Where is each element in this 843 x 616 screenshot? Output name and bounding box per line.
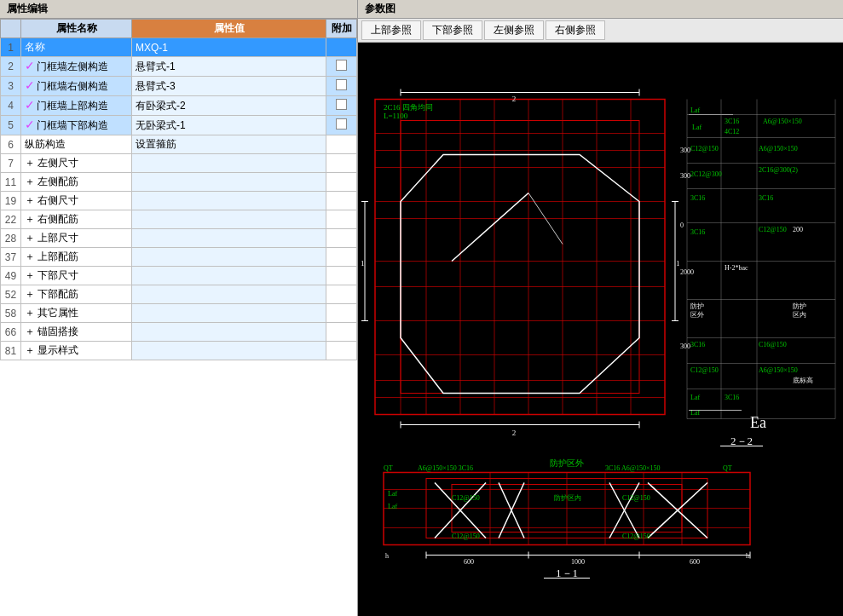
row-attach-cell [326,173,357,192]
row-property-value[interactable]: 设置箍筋 [132,135,326,154]
row-attach-cell [326,57,357,77]
table-row[interactable]: 37＋ 上部配筋 [1,248,357,267]
tab-top[interactable]: 上部参照 [361,20,421,40]
row-property-value[interactable] [132,304,326,323]
row-property-value[interactable]: 有卧梁式-2 [132,96,326,116]
svg-text:C12@150: C12@150 [452,533,480,540]
svg-text:防护: 防护 [690,302,704,310]
row-number: 7 [1,154,21,173]
svg-text:3C16: 3C16 [690,228,705,236]
tab-bottom[interactable]: 下部参照 [423,20,482,40]
row-property-name: ✓门框墙下部构造 [21,116,132,135]
row-number: 1 [1,38,21,57]
svg-text:300: 300 [680,343,690,350]
table-row[interactable]: 19＋ 右侧尺寸 [1,192,357,210]
attr-table: 属性名称 属性值 附加 1名称MXQ-12✓门框墙左侧构造悬臂式-13✓门框墙右… [0,19,357,616]
row-number: 49 [1,267,21,285]
svg-text:300: 300 [680,172,690,180]
row-property-value[interactable] [132,154,326,173]
right-panel-title: 参数图 [358,0,843,19]
row-property-value[interactable]: 悬臂式-3 [132,77,326,96]
table-row[interactable]: 58＋ 其它属性 [1,304,357,323]
svg-text:2C16@300(2): 2C16@300(2) [759,166,798,174]
row-property-value[interactable]: 无卧梁式-1 [132,116,326,135]
row-property-name: ＋ 显示样式 [21,342,132,360]
checkbox[interactable] [336,99,347,110]
row-attach-cell [326,267,357,285]
svg-text:区内: 区内 [793,311,806,319]
row-property-name: ＋ 其它属性 [21,304,132,323]
table-row[interactable]: 11＋ 左侧配筋 [1,173,357,192]
row-property-value[interactable] [132,342,326,360]
svg-text:Laf: Laf [388,503,397,510]
row-number: 3 [1,77,21,96]
table-row[interactable]: 49＋ 下部尺寸 [1,267,357,285]
row-property-value[interactable] [132,323,326,342]
checkbox[interactable] [336,118,347,130]
row-property-value[interactable] [132,248,326,267]
row-property-value[interactable] [132,173,326,192]
svg-text:QT: QT [723,464,732,472]
table-row[interactable]: 4✓门框墙上部构造有卧梁式-2 [1,96,357,116]
svg-text:H-2*bac: H-2*bac [725,264,748,272]
row-attach-cell [326,304,357,323]
table-row[interactable]: 7＋ 左侧尺寸 [1,154,357,173]
row-attach-cell [326,38,357,57]
checkbox[interactable] [336,60,347,71]
svg-text:1000: 1000 [571,558,585,566]
table-row[interactable]: 2✓门框墙左侧构造悬臂式-1 [1,57,357,77]
row-property-name: 名称 [21,38,132,57]
table-row[interactable]: 52＋ 下部配筋 [1,285,357,304]
svg-text:3C16  A6@150×150: 3C16 A6@150×150 [605,464,661,472]
row-property-value[interactable]: 悬臂式-1 [132,57,326,77]
svg-text:2: 2 [512,429,517,437]
row-property-value[interactable] [132,267,326,285]
col-num [1,20,21,38]
table-row[interactable]: 28＋ 上部尺寸 [1,229,357,248]
svg-text:3C16: 3C16 [690,194,705,202]
row-attach-cell [326,210,357,229]
row-property-value[interactable] [132,192,326,210]
row-attach-cell [326,285,357,304]
table-row[interactable]: 22＋ 右侧配筋 [1,210,357,229]
row-property-name: ＋ 右侧配筋 [21,210,132,229]
checkmark-icon: ✓ [25,59,35,72]
svg-text:C12@150: C12@150 [622,494,650,502]
checkmark-icon: ✓ [25,78,35,92]
row-attach-cell [326,116,357,135]
svg-text:1: 1 [361,259,365,268]
row-property-name: 纵筋构造 [21,135,132,154]
table-row[interactable]: 81＋ 显示样式 [1,342,357,360]
svg-text:A6@150×150: A6@150×150 [759,366,798,374]
tab-left[interactable]: 左侧参照 [484,20,544,40]
svg-text:Laf: Laf [690,394,700,401]
property-table: 属性名称 属性值 附加 1名称MXQ-12✓门框墙左侧构造悬臂式-13✓门框墙右… [0,19,357,360]
table-row[interactable]: 5✓门框墙下部构造无卧梁式-1 [1,116,357,135]
table-row[interactable]: 3✓门框墙右侧构造悬臂式-3 [1,77,357,96]
tab-right[interactable]: 右侧参照 [546,20,605,40]
table-row[interactable]: 6纵筋构造设置箍筋 [1,135,357,154]
checkbox[interactable] [336,79,347,90]
col-value: 属性值 [132,20,326,38]
row-number: 6 [1,135,21,154]
row-property-name: ✓门框墙上部构造 [21,96,132,116]
svg-text:C16@150: C16@150 [759,341,787,348]
row-property-name: ＋ 下部尺寸 [21,267,132,285]
row-number: 66 [1,323,21,342]
row-number: 19 [1,192,21,210]
svg-text:2000: 2000 [680,268,694,276]
row-property-value[interactable] [132,229,326,248]
row-property-value[interactable] [132,285,326,304]
row-number: 2 [1,57,21,77]
col-attach: 附加 [326,20,357,38]
main-container: 属性编辑 属性名称 属性值 附加 1名称MXQ-12✓门框墙左侧构造悬臂式-13… [0,0,843,616]
svg-text:区外: 区外 [690,311,704,319]
row-property-name: ＋ 上部尺寸 [21,229,132,248]
row-property-name: ＋ 左侧尺寸 [21,154,132,173]
table-row[interactable]: 1名称MXQ-1 [1,38,357,57]
row-property-value[interactable] [132,210,326,229]
table-row[interactable]: 66＋ 锚固搭接 [1,323,357,342]
svg-text:Laf: Laf [690,107,700,114]
svg-text:防护区外: 防护区外 [550,458,584,468]
row-property-value[interactable]: MXQ-1 [132,38,326,57]
